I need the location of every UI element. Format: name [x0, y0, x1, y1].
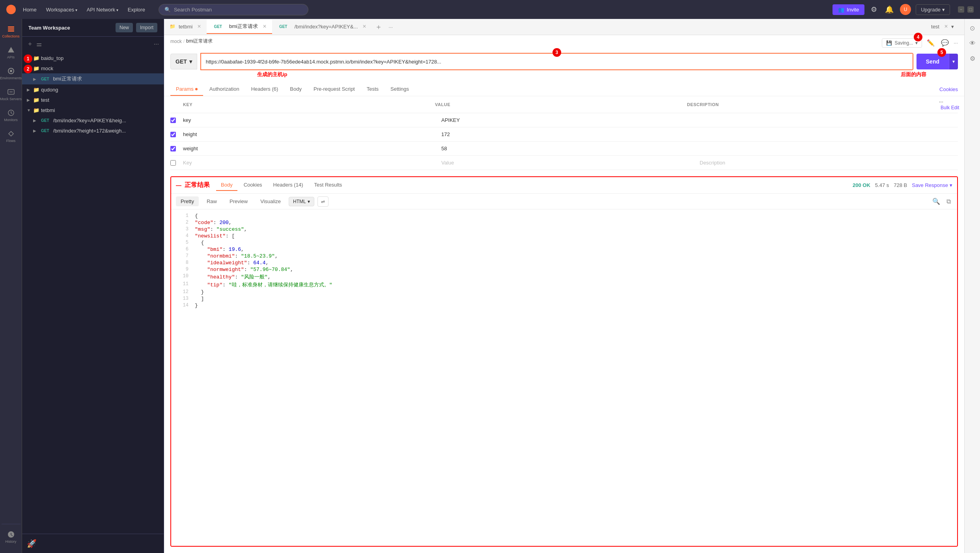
param-desc-key[interactable] — [700, 119, 958, 122]
sidebar-item-collections[interactable]: Collections — [2, 22, 21, 41]
notifications-icon[interactable]: 🔔 — [883, 4, 895, 15]
api-network-nav[interactable]: API Network — [83, 5, 122, 14]
format-raw[interactable]: Raw — [202, 196, 222, 206]
sidebar-item-history[interactable]: History — [2, 527, 21, 547]
req-tab-tests[interactable]: Tests — [361, 83, 384, 96]
svg-marker-3 — [8, 47, 14, 52]
new-button[interactable]: New — [116, 23, 133, 32]
tab-bmi-api[interactable]: GET /bmi/index?key=APIKEY&... ✕ — [272, 21, 372, 34]
req-tab-settings[interactable]: Settings — [385, 83, 414, 96]
explore-nav[interactable]: Explore — [124, 5, 149, 14]
sidebar-item-apis[interactable]: APIs — [2, 43, 21, 62]
format-pretty[interactable]: Pretty — [176, 196, 199, 206]
add-collection-icon[interactable]: ＋ — [27, 40, 33, 48]
tab-test[interactable]: test ✕ ▾ — [926, 21, 959, 34]
collection-test[interactable]: ▶ 📁 test ··· — [22, 95, 164, 105]
resp-tab-test-results[interactable]: Test Results — [309, 179, 347, 191]
settings-icon[interactable]: ⚙ — [869, 4, 879, 15]
sidebar-item-flows[interactable]: Flows — [2, 127, 21, 146]
format-preview[interactable]: Preview — [225, 196, 252, 206]
param-desc-height[interactable] — [700, 133, 958, 136]
req-tab-headers[interactable]: Headers (6) — [246, 83, 284, 96]
req-tab-pre-request[interactable]: Pre-request Script — [308, 83, 360, 96]
param-checkbox-weight[interactable] — [170, 146, 183, 151]
tab-close-icon[interactable]: ✕ — [263, 24, 267, 29]
format-type-select[interactable]: HTML ▾ — [289, 197, 314, 206]
method-select[interactable]: GET ▾ — [170, 54, 197, 69]
new-tab-button[interactable]: ＋ — [372, 19, 385, 35]
import-button[interactable]: Import — [136, 23, 157, 32]
wrap-button[interactable]: ⇌ — [317, 196, 329, 207]
workspaces-nav[interactable]: Workspaces — [42, 5, 81, 14]
param-checkbox-height[interactable] — [170, 132, 183, 137]
param-key-weight[interactable]: weight — [183, 144, 441, 153]
param-desc-weight[interactable] — [700, 147, 958, 150]
search-bar[interactable]: 🔍 Search Postman — [159, 4, 308, 15]
tab-dropdown-icon[interactable]: ▾ — [951, 24, 954, 30]
tab-close-icon[interactable]: ✕ — [362, 24, 366, 29]
invite-button[interactable]: 👥 Invite — [833, 4, 864, 15]
sidebar-item-monitors[interactable]: Monitors — [2, 106, 21, 125]
param-checkbox-empty[interactable] — [170, 160, 183, 166]
more-options-icon[interactable]: ··· — [154, 41, 159, 48]
tab-label: tetbmi — [179, 24, 192, 30]
code-line-7: 7 "normbmi": "18.5~23.9", — [171, 253, 957, 260]
save-response-button[interactable]: Save Response ▾ — [912, 182, 952, 188]
collection-tetbmi[interactable]: ▼ 📁 tetbmi ··· — [22, 105, 164, 115]
collection-qudong[interactable]: ▶ 📁 qudong ··· — [22, 84, 164, 95]
format-visualize[interactable]: Visualize — [256, 196, 286, 206]
breadcrumb-mock[interactable]: mock — [170, 39, 182, 44]
maximize-button[interactable]: □ — [967, 6, 974, 13]
resp-tab-cookies[interactable]: Cookies — [239, 179, 267, 191]
right-sidebar-icon-1[interactable]: ⊙ — [967, 22, 977, 34]
filter-icon[interactable]: ⚌ — [36, 40, 42, 48]
request-bmi-normal[interactable]: ▶ GET bmi正常请求 ··· — [22, 73, 164, 84]
request-bmi-height[interactable]: ▶ GET /bmi/index?height=172&weigh... ··· — [22, 125, 164, 136]
param-value-key[interactable]: APIKEY — [441, 116, 700, 125]
param-key-height[interactable]: height — [183, 130, 441, 139]
collection-baidu-top[interactable]: ▶ 📁 baidu_top ··· — [22, 53, 164, 63]
resp-tab-body[interactable]: Body — [216, 179, 237, 191]
right-sidebar-icon-3[interactable]: ⚙ — [967, 52, 978, 65]
sidebar-item-mock-servers[interactable]: Mock Servers — [2, 85, 21, 104]
tab-close-icon[interactable]: ✕ — [197, 24, 201, 29]
right-sidebar-icon-2[interactable]: 👁 — [967, 37, 978, 49]
tabs-bar: 📁 tetbmi ✕ GET bmi正常请求 ✕ GET /bmi/index?… — [164, 19, 964, 35]
param-key-key[interactable]: key — [183, 116, 441, 125]
avatar-icon[interactable]: U — [900, 4, 911, 15]
param-value-placeholder[interactable]: Value — [441, 158, 700, 167]
code-line-2: 2 "code": 200, — [171, 219, 957, 226]
edit-icon[interactable]: ✏️ — [925, 37, 936, 48]
bulk-edit-button[interactable]: Bulk Edit — [941, 105, 959, 110]
tab-close-icon[interactable]: ✕ — [944, 24, 948, 29]
collections-icon — [7, 25, 15, 33]
table-more-icon[interactable]: ··· — [939, 99, 943, 105]
desc-col-header: DESCRIPTION — [687, 102, 939, 107]
req-tab-params[interactable]: Params — [170, 83, 203, 96]
home-nav[interactable]: Home — [19, 5, 41, 14]
copy-response-icon[interactable]: ⧉ — [945, 196, 952, 207]
search-response-icon[interactable]: 🔍 — [931, 196, 942, 207]
tabs-more-button[interactable]: ··· — [385, 21, 396, 33]
method-dropdown-icon: ▾ — [189, 58, 192, 65]
collection-mock[interactable]: ▼ 📁 mock ··· — [22, 63, 164, 73]
more-options-icon[interactable]: ··· — [954, 40, 958, 46]
method-badge-get: GET — [39, 128, 51, 133]
cookies-link[interactable]: Cookies — [939, 86, 958, 92]
minimize-button[interactable]: － — [958, 6, 964, 13]
param-value-weight[interactable]: 58 — [441, 144, 700, 153]
request-bmi-api-key[interactable]: ▶ GET /bmi/index?key=APIKEY&heig... ··· — [22, 115, 164, 125]
sidebar-item-environments[interactable]: Environments — [2, 64, 21, 83]
comment-icon[interactable]: 💬 — [939, 37, 950, 48]
req-tab-authorization[interactable]: Authorization — [204, 83, 245, 96]
upgrade-button[interactable]: Upgrade ▾ — [916, 4, 950, 15]
param-desc-placeholder[interactable]: Description — [700, 158, 958, 167]
tab-bmi-normal[interactable]: GET bmi正常请求 ✕ — [207, 20, 272, 34]
req-tab-body[interactable]: Body — [284, 83, 307, 96]
param-checkbox-key[interactable] — [170, 118, 183, 123]
resp-tab-headers[interactable]: Headers (14) — [269, 179, 308, 191]
param-key-placeholder[interactable]: Key — [183, 158, 441, 167]
tab-tetbmi[interactable]: 📁 tetbmi ✕ — [164, 21, 207, 34]
send-dropdown-button[interactable]: ▾ — [949, 54, 958, 69]
param-value-height[interactable]: 172 — [441, 130, 700, 139]
